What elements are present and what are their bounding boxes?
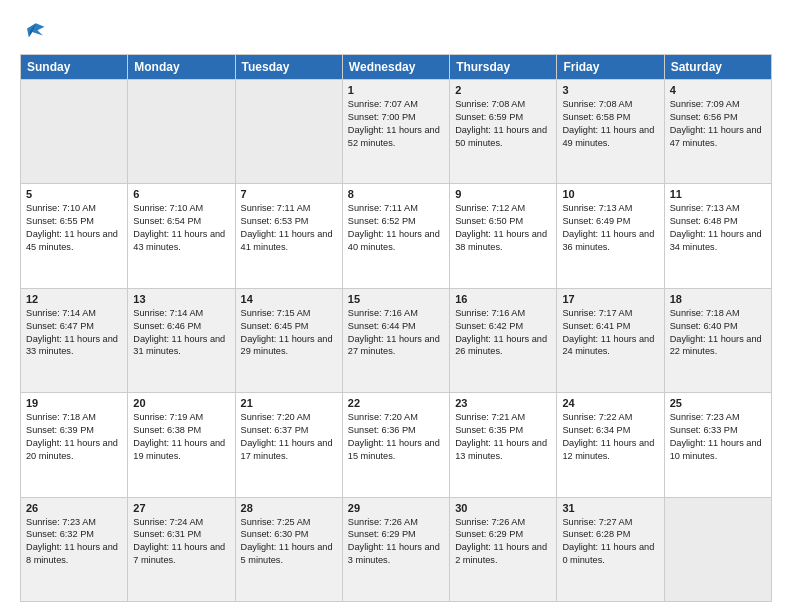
calendar-cell: 27Sunrise: 7:24 AMSunset: 6:31 PMDayligh… (128, 497, 235, 601)
calendar-cell: 8Sunrise: 7:11 AMSunset: 6:52 PMDaylight… (342, 184, 449, 288)
calendar-header-cell: Friday (557, 55, 664, 80)
page: SundayMondayTuesdayWednesdayThursdayFrid… (0, 0, 792, 612)
calendar-cell: 10Sunrise: 7:13 AMSunset: 6:49 PMDayligh… (557, 184, 664, 288)
calendar-header-cell: Monday (128, 55, 235, 80)
day-number: 10 (562, 188, 658, 200)
cell-content: Sunrise: 7:23 AMSunset: 6:32 PMDaylight:… (26, 516, 122, 568)
calendar-cell: 2Sunrise: 7:08 AMSunset: 6:59 PMDaylight… (450, 80, 557, 184)
day-number: 27 (133, 502, 229, 514)
cell-content: Sunrise: 7:18 AMSunset: 6:40 PMDaylight:… (670, 307, 766, 359)
calendar-cell: 29Sunrise: 7:26 AMSunset: 6:29 PMDayligh… (342, 497, 449, 601)
day-number: 23 (455, 397, 551, 409)
day-number: 9 (455, 188, 551, 200)
day-number: 5 (26, 188, 122, 200)
cell-content: Sunrise: 7:16 AMSunset: 6:42 PMDaylight:… (455, 307, 551, 359)
day-number: 17 (562, 293, 658, 305)
day-number: 26 (26, 502, 122, 514)
day-number: 1 (348, 84, 444, 96)
cell-content: Sunrise: 7:20 AMSunset: 6:36 PMDaylight:… (348, 411, 444, 463)
calendar-cell (664, 497, 771, 601)
day-number: 13 (133, 293, 229, 305)
calendar-cell: 15Sunrise: 7:16 AMSunset: 6:44 PMDayligh… (342, 288, 449, 392)
cell-content: Sunrise: 7:15 AMSunset: 6:45 PMDaylight:… (241, 307, 337, 359)
logo-icon (20, 18, 48, 46)
day-number: 28 (241, 502, 337, 514)
calendar-cell: 14Sunrise: 7:15 AMSunset: 6:45 PMDayligh… (235, 288, 342, 392)
calendar-week-row: 5Sunrise: 7:10 AMSunset: 6:55 PMDaylight… (21, 184, 772, 288)
day-number: 16 (455, 293, 551, 305)
day-number: 7 (241, 188, 337, 200)
day-number: 31 (562, 502, 658, 514)
cell-content: Sunrise: 7:12 AMSunset: 6:50 PMDaylight:… (455, 202, 551, 254)
day-number: 22 (348, 397, 444, 409)
calendar-cell: 18Sunrise: 7:18 AMSunset: 6:40 PMDayligh… (664, 288, 771, 392)
calendar-cell: 11Sunrise: 7:13 AMSunset: 6:48 PMDayligh… (664, 184, 771, 288)
calendar-cell: 28Sunrise: 7:25 AMSunset: 6:30 PMDayligh… (235, 497, 342, 601)
cell-content: Sunrise: 7:22 AMSunset: 6:34 PMDaylight:… (562, 411, 658, 463)
day-number: 8 (348, 188, 444, 200)
logo (20, 18, 52, 46)
calendar-header-row: SundayMondayTuesdayWednesdayThursdayFrid… (21, 55, 772, 80)
calendar-cell (128, 80, 235, 184)
cell-content: Sunrise: 7:16 AMSunset: 6:44 PMDaylight:… (348, 307, 444, 359)
day-number: 21 (241, 397, 337, 409)
cell-content: Sunrise: 7:18 AMSunset: 6:39 PMDaylight:… (26, 411, 122, 463)
cell-content: Sunrise: 7:09 AMSunset: 6:56 PMDaylight:… (670, 98, 766, 150)
day-number: 19 (26, 397, 122, 409)
cell-content: Sunrise: 7:10 AMSunset: 6:55 PMDaylight:… (26, 202, 122, 254)
day-number: 29 (348, 502, 444, 514)
day-number: 24 (562, 397, 658, 409)
calendar-cell: 24Sunrise: 7:22 AMSunset: 6:34 PMDayligh… (557, 393, 664, 497)
day-number: 3 (562, 84, 658, 96)
calendar-cell: 21Sunrise: 7:20 AMSunset: 6:37 PMDayligh… (235, 393, 342, 497)
calendar-cell: 12Sunrise: 7:14 AMSunset: 6:47 PMDayligh… (21, 288, 128, 392)
day-number: 2 (455, 84, 551, 96)
calendar-cell (235, 80, 342, 184)
day-number: 15 (348, 293, 444, 305)
cell-content: Sunrise: 7:14 AMSunset: 6:46 PMDaylight:… (133, 307, 229, 359)
calendar-cell: 3Sunrise: 7:08 AMSunset: 6:58 PMDaylight… (557, 80, 664, 184)
calendar-cell: 13Sunrise: 7:14 AMSunset: 6:46 PMDayligh… (128, 288, 235, 392)
calendar-week-row: 19Sunrise: 7:18 AMSunset: 6:39 PMDayligh… (21, 393, 772, 497)
cell-content: Sunrise: 7:08 AMSunset: 6:59 PMDaylight:… (455, 98, 551, 150)
calendar-cell: 25Sunrise: 7:23 AMSunset: 6:33 PMDayligh… (664, 393, 771, 497)
calendar-cell: 22Sunrise: 7:20 AMSunset: 6:36 PMDayligh… (342, 393, 449, 497)
calendar-cell (21, 80, 128, 184)
cell-content: Sunrise: 7:25 AMSunset: 6:30 PMDaylight:… (241, 516, 337, 568)
cell-content: Sunrise: 7:13 AMSunset: 6:49 PMDaylight:… (562, 202, 658, 254)
calendar-cell: 16Sunrise: 7:16 AMSunset: 6:42 PMDayligh… (450, 288, 557, 392)
calendar-cell: 9Sunrise: 7:12 AMSunset: 6:50 PMDaylight… (450, 184, 557, 288)
calendar-header-cell: Thursday (450, 55, 557, 80)
day-number: 4 (670, 84, 766, 96)
day-number: 30 (455, 502, 551, 514)
calendar-body: 1Sunrise: 7:07 AMSunset: 7:00 PMDaylight… (21, 80, 772, 602)
calendar-cell: 17Sunrise: 7:17 AMSunset: 6:41 PMDayligh… (557, 288, 664, 392)
cell-content: Sunrise: 7:17 AMSunset: 6:41 PMDaylight:… (562, 307, 658, 359)
calendar-header-cell: Wednesday (342, 55, 449, 80)
calendar-cell: 4Sunrise: 7:09 AMSunset: 6:56 PMDaylight… (664, 80, 771, 184)
calendar-header-cell: Saturday (664, 55, 771, 80)
day-number: 20 (133, 397, 229, 409)
calendar-cell: 23Sunrise: 7:21 AMSunset: 6:35 PMDayligh… (450, 393, 557, 497)
cell-content: Sunrise: 7:08 AMSunset: 6:58 PMDaylight:… (562, 98, 658, 150)
cell-content: Sunrise: 7:19 AMSunset: 6:38 PMDaylight:… (133, 411, 229, 463)
calendar-cell: 6Sunrise: 7:10 AMSunset: 6:54 PMDaylight… (128, 184, 235, 288)
cell-content: Sunrise: 7:23 AMSunset: 6:33 PMDaylight:… (670, 411, 766, 463)
cell-content: Sunrise: 7:26 AMSunset: 6:29 PMDaylight:… (455, 516, 551, 568)
calendar-header-cell: Sunday (21, 55, 128, 80)
cell-content: Sunrise: 7:11 AMSunset: 6:53 PMDaylight:… (241, 202, 337, 254)
calendar-week-row: 1Sunrise: 7:07 AMSunset: 7:00 PMDaylight… (21, 80, 772, 184)
calendar-cell: 1Sunrise: 7:07 AMSunset: 7:00 PMDaylight… (342, 80, 449, 184)
cell-content: Sunrise: 7:14 AMSunset: 6:47 PMDaylight:… (26, 307, 122, 359)
calendar-cell: 7Sunrise: 7:11 AMSunset: 6:53 PMDaylight… (235, 184, 342, 288)
cell-content: Sunrise: 7:11 AMSunset: 6:52 PMDaylight:… (348, 202, 444, 254)
day-number: 18 (670, 293, 766, 305)
top-section (20, 18, 772, 46)
cell-content: Sunrise: 7:07 AMSunset: 7:00 PMDaylight:… (348, 98, 444, 150)
day-number: 6 (133, 188, 229, 200)
calendar-cell: 19Sunrise: 7:18 AMSunset: 6:39 PMDayligh… (21, 393, 128, 497)
calendar-table: SundayMondayTuesdayWednesdayThursdayFrid… (20, 54, 772, 602)
day-number: 11 (670, 188, 766, 200)
calendar-cell: 26Sunrise: 7:23 AMSunset: 6:32 PMDayligh… (21, 497, 128, 601)
cell-content: Sunrise: 7:27 AMSunset: 6:28 PMDaylight:… (562, 516, 658, 568)
